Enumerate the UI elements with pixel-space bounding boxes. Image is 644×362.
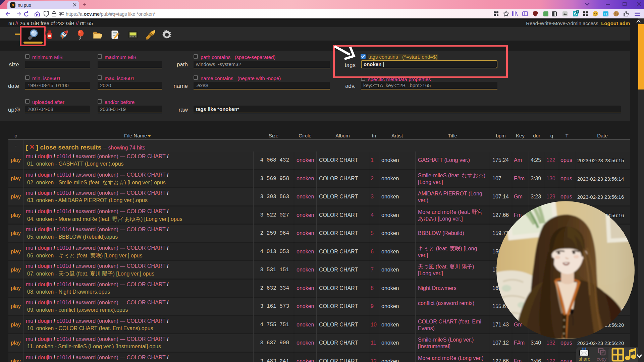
svg-text:TL: TL (604, 12, 608, 16)
svg-text:1: 1 (577, 11, 579, 14)
svg-text:copy: copy (597, 356, 607, 362)
svg-text:share: share (579, 356, 590, 362)
